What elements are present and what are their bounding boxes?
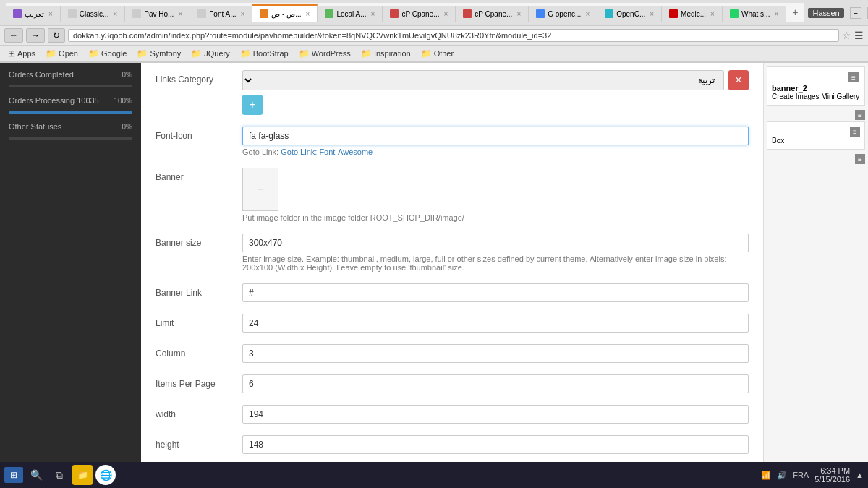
banner-link-input[interactable] [242, 283, 749, 302]
banner-size-control: Enter image size. Example: thumbnail, me… [242, 234, 749, 272]
bookmark-star-icon[interactable]: ☆ [842, 30, 851, 41]
tab-close-icon[interactable]: × [585, 10, 590, 18]
tab-arabic[interactable]: تعريب × [6, 6, 61, 22]
column-label: Column [156, 344, 242, 359]
tab-google[interactable]: G openc... × [529, 6, 597, 22]
tab-favicon [197, 9, 206, 18]
tab-medic[interactable]: Medic... × [662, 6, 723, 22]
clock-date: 5/15/2016 [814, 475, 850, 484]
tab-close-icon[interactable]: × [516, 10, 521, 18]
tab-opencart[interactable]: OpenC... × [597, 6, 662, 22]
panel-collapse-button[interactable]: ≡ [855, 110, 865, 120]
tab-close-icon[interactable]: × [240, 10, 244, 18]
tab-close-icon[interactable]: × [178, 10, 182, 18]
banner-size-help: Enter image size. Example: thumbnail, me… [242, 254, 749, 272]
sidebar-label: Other Statuses [9, 122, 61, 131]
folder-icon: 📁 [299, 48, 310, 59]
limit-row: Limit [156, 314, 749, 333]
add-link-button[interactable]: + [242, 95, 263, 115]
links-category-select-group: تربية × [242, 70, 749, 90]
taskbar-file-icon[interactable]: 📁 [72, 465, 93, 485]
menu-icon[interactable]: ☰ [854, 30, 864, 41]
bookmark-label: Google [101, 49, 127, 58]
bookmark-other[interactable]: 📁 Other [417, 47, 458, 60]
taskbar-chrome-icon[interactable]: 🌐 [95, 465, 116, 485]
items-per-page-input[interactable] [242, 374, 749, 393]
tab-close-icon[interactable]: × [48, 10, 53, 18]
minimize-button[interactable]: − [850, 7, 861, 19]
tab-classic[interactable]: Classic... × [61, 6, 125, 22]
refresh-button[interactable]: ↻ [48, 28, 65, 43]
tab-favicon [463, 9, 472, 18]
right-panel-subtitle: Create Images Mini Gallery [772, 93, 860, 100]
tab-close-icon[interactable]: × [306, 10, 310, 18]
panel-collapse-button2[interactable]: ≡ [855, 154, 865, 164]
bookmark-bootstrap[interactable]: 📁 BootStrap [237, 47, 292, 60]
tab-local[interactable]: Local A... × [318, 6, 383, 22]
window-controls: Hassen − □ × [808, 7, 868, 19]
title-bar: تعريب × Classic... × Pav Ho... × Font A.… [0, 0, 868, 26]
bookmark-wordpress[interactable]: 📁 WordPress [295, 47, 354, 60]
tab-cpanel1[interactable]: cP Cpane... × [383, 6, 456, 22]
sidebar-label: Orders Completed [9, 70, 74, 79]
tab-close-icon[interactable]: × [371, 10, 375, 18]
bookmark-apps[interactable]: ⊞ Apps [4, 47, 39, 60]
banner-label: Banner [156, 168, 242, 182]
new-tab-button[interactable]: + [786, 3, 804, 22]
remove-link-button[interactable]: × [728, 70, 749, 90]
bookmark-symfony[interactable]: 📁 Symfony [133, 47, 184, 60]
tab-close-icon[interactable]: × [774, 10, 778, 18]
tab-close-icon[interactable]: × [710, 10, 715, 18]
font-icon-input[interactable] [242, 127, 749, 145]
tab-favicon [132, 9, 141, 18]
taskbar-view-icon[interactable]: ⧉ [49, 465, 69, 485]
forward-button[interactable]: → [26, 28, 45, 43]
sidebar-badge: 0% [122, 123, 132, 131]
sidebar: Orders Completed 0% Orders Processing 10… [0, 63, 141, 482]
address-bar[interactable] [68, 29, 839, 42]
progress-track [9, 137, 132, 140]
browser-chrome: تعريب × Classic... × Pav Ho... × Font A.… [0, 0, 868, 63]
back-button[interactable]: ← [4, 28, 23, 43]
tab-pavho[interactable]: Pav Ho... × [125, 6, 190, 22]
volume-icon: 🔊 [777, 471, 787, 480]
tab-close-icon[interactable]: × [650, 10, 654, 18]
tab-close-icon[interactable]: × [113, 10, 117, 18]
tab-label: Font A... [209, 10, 236, 18]
height-input[interactable] [242, 435, 749, 454]
links-category-select[interactable]: تربية [242, 70, 724, 90]
bookmark-jquery[interactable]: 📁 JQuery [187, 47, 233, 60]
banner-link-label: Banner Link [156, 283, 242, 298]
items-per-page-control [242, 374, 749, 393]
start-button[interactable]: ⊞ [4, 467, 23, 483]
height-control [242, 435, 749, 454]
sidebar-other-statuses[interactable]: Other Statuses 0% [0, 118, 141, 135]
other-statuses-progress [0, 135, 141, 144]
bookmark-label: BootStrap [253, 49, 289, 58]
tab-cpanel2[interactable]: cP Cpane... × [456, 6, 529, 22]
sidebar-orders-processing[interactable]: Orders Processing 10035 100% [0, 92, 141, 109]
limit-input[interactable] [242, 314, 749, 333]
tab-favicon [605, 9, 613, 18]
bookmark-google[interactable]: 📁 Google [85, 47, 130, 60]
font-icon-control: Goto Link: Goto Link: Font-Awesome [242, 127, 749, 156]
tab-fonta[interactable]: Font A... × [190, 6, 252, 22]
tab-close-icon[interactable]: × [443, 10, 448, 18]
panel-toggle-row2: ≡ [767, 154, 865, 164]
font-awesome-link[interactable]: Goto Link: Font-Awesome [281, 147, 373, 156]
box-toggle-button[interactable]: ≡ [850, 127, 860, 137]
toggle-button[interactable]: ≡ [848, 72, 859, 82]
bookmark-open[interactable]: 📁 Open [42, 47, 82, 60]
taskbar-search-icon[interactable]: 🔍 [26, 465, 46, 485]
links-category-control: تربية × + [242, 70, 749, 115]
column-input[interactable] [242, 344, 749, 363]
notification-icon[interactable]: ▲ [856, 471, 864, 479]
tab-whats[interactable]: What s... × [723, 6, 786, 22]
tab-active[interactable]: ص - ص... × [252, 4, 318, 22]
right-panel-box-title: Box [772, 137, 860, 145]
banner-size-input[interactable] [242, 234, 749, 252]
bookmark-inspiration[interactable]: 📁 Inspiration [357, 47, 414, 60]
sidebar-orders-completed[interactable]: Orders Completed 0% [0, 66, 141, 83]
bookmarks-bar: ⊞ Apps 📁 Open 📁 Google 📁 Symfony 📁 JQuer… [0, 46, 868, 62]
width-input[interactable] [242, 405, 749, 424]
